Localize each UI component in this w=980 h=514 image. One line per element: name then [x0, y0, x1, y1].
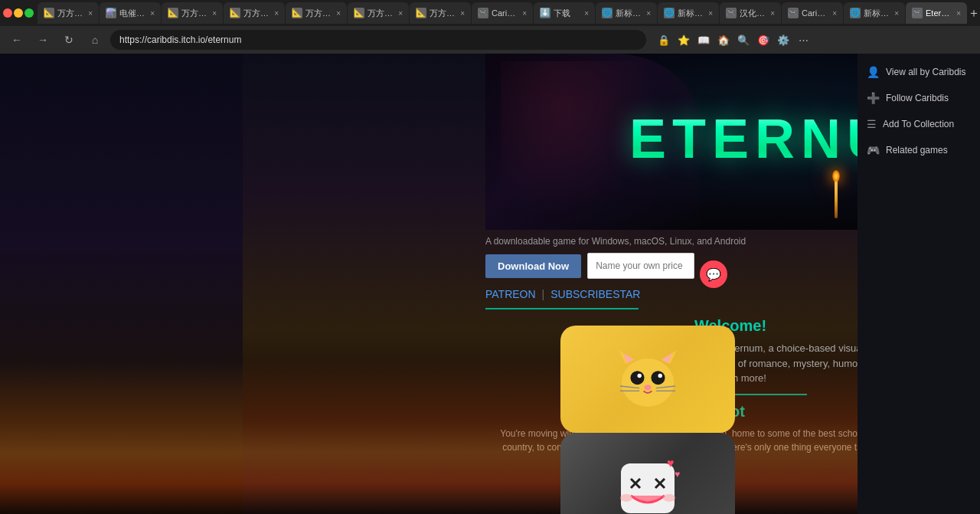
follow-icon: ➕ [867, 92, 880, 104]
browser-toolbar: ← → ↻ ⌂ https://caribdis.itch.io/eternum… [0, 26, 980, 54]
bookmark-icon[interactable]: 📖 [695, 31, 712, 48]
tab-1[interactable]: 📐 万方数学 × [38, 2, 99, 24]
game-title: ETERNUM [629, 107, 858, 170]
tab-12[interactable]: 🎮 汉化游戏 × [720, 2, 781, 24]
address-bar[interactable]: https://caribdis.itch.io/eternum [110, 30, 646, 50]
sunset-overlay [0, 361, 980, 514]
collection-icon: ☰ [867, 118, 877, 130]
sidebar-item-add-collection[interactable]: ☰ Add To Collection [858, 112, 980, 136]
tab-9[interactable]: ⬇️ 下载 × [534, 2, 595, 24]
back-button[interactable]: ← [6, 29, 28, 51]
hero-section: ETERNUM [485, 54, 858, 230]
hero-image: ETERNUM [485, 54, 858, 230]
forward-button[interactable]: → [32, 29, 54, 51]
profile-icon[interactable]: ⭐ [675, 31, 692, 48]
more-icon[interactable]: ⋯ [795, 31, 812, 48]
subscribestar-link[interactable]: SUBSCRIBESTAR [550, 288, 640, 300]
external-links-row: PATREON | SUBSCRIBESTAR [485, 288, 858, 300]
home-button[interactable]: ⌂ [84, 29, 106, 51]
page-content: ETERNUM A downloadable game for Windows,… [0, 54, 980, 514]
collections-icon[interactable]: 🏠 [715, 31, 732, 48]
tab-11[interactable]: 🌐 新标签页 × [658, 2, 719, 24]
tab-5[interactable]: 📐 万方登录 × [286, 2, 347, 24]
welcome-title: Welcome! [485, 317, 858, 335]
extensions-icon[interactable]: 🔒 [655, 31, 672, 48]
tab-3[interactable]: 📐 万方登录 × [162, 2, 223, 24]
shield-icon[interactable]: 🔍 [735, 31, 752, 48]
link-separator: | [542, 288, 545, 300]
tab-2[interactable]: ⚗️ 电催化小 × [100, 2, 161, 24]
browser-toolbar-icons: 🔒 ⭐ 📖 🏠 🔍 🎯 ⚙️ ⋯ [655, 31, 812, 48]
user-icon: 👤 [867, 66, 880, 78]
tab-6[interactable]: 📐 万方数学 × [348, 2, 409, 24]
tab-4[interactable]: 📐 万方数学 × [224, 2, 285, 24]
tab-10[interactable]: 🌐 新标签页 × [596, 2, 657, 24]
download-now-button[interactable]: Download Now [485, 254, 581, 278]
new-tab-button[interactable]: ＋ [968, 2, 980, 24]
gamepad-icon: 🎮 [867, 144, 880, 156]
reload-button[interactable]: ↻ [58, 29, 80, 51]
tab-8[interactable]: 🎮 Caribdis × [472, 2, 533, 24]
divider-1 [485, 308, 639, 309]
download-row: Download Now [485, 253, 858, 279]
price-input[interactable] [587, 253, 694, 279]
patreon-link[interactable]: PATREON [485, 288, 536, 300]
game-subtitle: A downloadable game for Windows, macOS, … [485, 236, 858, 247]
menu-icon[interactable]: ⚙️ [775, 31, 792, 48]
tab-14[interactable]: 🌐 新标签页 × [844, 2, 905, 24]
sidebar-item-view-all[interactable]: 👤 View all by Caribdis [858, 60, 980, 84]
tab-7[interactable]: 📐 万方登录 × [410, 2, 471, 24]
settings-icon[interactable]: 🎯 [755, 31, 772, 48]
sidebar-item-related-games[interactable]: 🎮 Related games [858, 138, 980, 162]
sidebar-item-follow[interactable]: ➕ Follow Caribdis [858, 86, 980, 110]
right-sidebar: 👤 View all by Caribdis ➕ Follow Caribdis… [858, 54, 980, 514]
chat-button[interactable]: 💬 [700, 260, 727, 288]
tab-15-eternum[interactable]: 🎮 Eternum × [906, 2, 967, 24]
browser-chrome: 📐 万方数学 × ⚗️ 电催化小 × 📐 万方登录 × 📐 万方数学 × 📐 万… [0, 0, 980, 54]
tab-13[interactable]: 🎮 Caribdis × [782, 2, 843, 24]
tab-bar: 📐 万方数学 × ⚗️ 电催化小 × 📐 万方登录 × 📐 万方数学 × 📐 万… [0, 0, 980, 26]
